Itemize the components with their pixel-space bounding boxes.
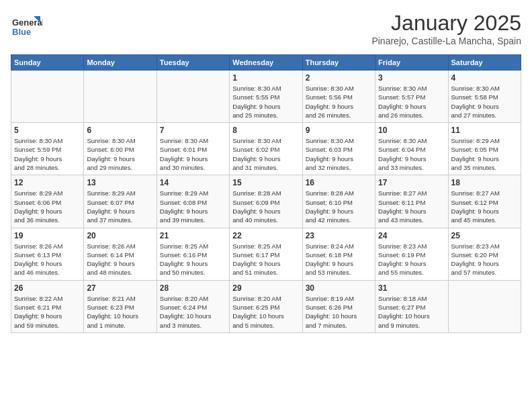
calendar-cell: 10Sunrise: 8:30 AM Sunset: 6:04 PM Dayli…: [375, 123, 448, 175]
day-number: 25: [451, 231, 518, 240]
svg-text:Blue: Blue: [12, 27, 31, 37]
calendar-cell: 4Sunrise: 8:30 AM Sunset: 5:58 PM Daylig…: [448, 71, 521, 123]
day-number: 19: [14, 231, 81, 240]
day-detail: Sunrise: 8:30 AM Sunset: 5:58 PM Dayligh…: [451, 84, 518, 120]
day-detail: Sunrise: 8:25 AM Sunset: 6:17 PM Dayligh…: [232, 242, 299, 277]
day-detail: Sunrise: 8:30 AM Sunset: 6:01 PM Dayligh…: [160, 136, 226, 172]
calendar-header-row: SundayMondayTuesdayWednesdayThursdayFrid…: [11, 55, 521, 71]
calendar-cell: 27Sunrise: 8:21 AM Sunset: 6:23 PM Dayli…: [84, 280, 157, 332]
day-detail: Sunrise: 8:18 AM Sunset: 6:27 PM Dayligh…: [378, 294, 445, 330]
calendar-cell: 20Sunrise: 8:26 AM Sunset: 6:14 PM Dayli…: [84, 228, 157, 280]
calendar-week-row: 19Sunrise: 8:26 AM Sunset: 6:13 PM Dayli…: [11, 228, 521, 280]
day-detail: Sunrise: 8:20 AM Sunset: 6:25 PM Dayligh…: [232, 294, 299, 330]
month-title: January 2025: [371, 11, 521, 36]
day-of-week-header: Sunday: [11, 55, 84, 71]
day-number: 5: [14, 126, 81, 135]
day-number: 29: [232, 283, 299, 293]
day-number: 6: [87, 126, 153, 135]
calendar-cell: 9Sunrise: 8:30 AM Sunset: 6:03 PM Daylig…: [302, 123, 375, 175]
calendar-cell: 30Sunrise: 8:19 AM Sunset: 6:26 PM Dayli…: [302, 280, 375, 332]
day-number: 9: [306, 126, 372, 135]
page-header: General Blue January 2025 Pinarejo, Cast…: [11, 11, 521, 46]
day-detail: Sunrise: 8:27 AM Sunset: 6:12 PM Dayligh…: [451, 189, 518, 224]
day-detail: Sunrise: 8:26 AM Sunset: 6:14 PM Dayligh…: [87, 242, 153, 277]
calendar-cell: [157, 71, 229, 123]
calendar-table: SundayMondayTuesdayWednesdayThursdayFrid…: [11, 54, 521, 333]
day-detail: Sunrise: 8:29 AM Sunset: 6:07 PM Dayligh…: [87, 189, 153, 224]
calendar-cell: 15Sunrise: 8:28 AM Sunset: 6:09 PM Dayli…: [230, 175, 302, 228]
day-number: 12: [14, 178, 81, 187]
day-number: 13: [87, 178, 153, 187]
day-number: 22: [232, 231, 299, 240]
calendar-cell: 22Sunrise: 8:25 AM Sunset: 6:17 PM Dayli…: [230, 228, 302, 280]
calendar-cell: 1Sunrise: 8:30 AM Sunset: 5:55 PM Daylig…: [230, 71, 302, 123]
calendar-cell: 25Sunrise: 8:23 AM Sunset: 6:20 PM Dayli…: [448, 228, 521, 280]
day-number: 16: [306, 178, 372, 187]
day-number: 7: [160, 126, 226, 135]
calendar-cell: 31Sunrise: 8:18 AM Sunset: 6:27 PM Dayli…: [375, 280, 448, 332]
day-detail: Sunrise: 8:27 AM Sunset: 6:11 PM Dayligh…: [378, 189, 445, 224]
calendar-cell: 3Sunrise: 8:30 AM Sunset: 5:57 PM Daylig…: [375, 71, 448, 123]
day-detail: Sunrise: 8:26 AM Sunset: 6:13 PM Dayligh…: [14, 242, 81, 277]
calendar-cell: 6Sunrise: 8:30 AM Sunset: 6:00 PM Daylig…: [84, 123, 157, 175]
day-detail: Sunrise: 8:19 AM Sunset: 6:26 PM Dayligh…: [306, 294, 372, 330]
day-detail: Sunrise: 8:30 AM Sunset: 6:00 PM Dayligh…: [87, 136, 153, 172]
calendar-cell: 29Sunrise: 8:20 AM Sunset: 6:25 PM Dayli…: [230, 280, 302, 332]
calendar-cell: 21Sunrise: 8:25 AM Sunset: 6:16 PM Dayli…: [157, 228, 229, 280]
day-detail: Sunrise: 8:29 AM Sunset: 6:05 PM Dayligh…: [451, 136, 518, 172]
day-number: 24: [378, 231, 445, 240]
calendar-cell: 17Sunrise: 8:27 AM Sunset: 6:11 PM Dayli…: [375, 175, 448, 228]
day-number: 23: [306, 231, 372, 240]
day-of-week-header: Saturday: [448, 55, 521, 71]
calendar-cell: 24Sunrise: 8:23 AM Sunset: 6:19 PM Dayli…: [375, 228, 448, 280]
calendar-cell: 14Sunrise: 8:29 AM Sunset: 6:08 PM Dayli…: [157, 175, 229, 228]
day-detail: Sunrise: 8:22 AM Sunset: 6:21 PM Dayligh…: [14, 294, 81, 330]
day-detail: Sunrise: 8:25 AM Sunset: 6:16 PM Dayligh…: [160, 242, 226, 277]
day-number: 27: [87, 283, 153, 293]
day-detail: Sunrise: 8:28 AM Sunset: 6:09 PM Dayligh…: [232, 189, 299, 224]
day-of-week-header: Tuesday: [157, 55, 229, 71]
day-number: 26: [14, 283, 81, 293]
day-number: 15: [232, 178, 299, 187]
calendar-cell: 23Sunrise: 8:24 AM Sunset: 6:18 PM Dayli…: [302, 228, 375, 280]
calendar-cell: [448, 280, 521, 332]
day-detail: Sunrise: 8:30 AM Sunset: 6:04 PM Dayligh…: [378, 136, 445, 172]
day-of-week-header: Wednesday: [230, 55, 302, 71]
day-number: 20: [87, 231, 153, 240]
calendar-cell: 26Sunrise: 8:22 AM Sunset: 6:21 PM Dayli…: [11, 280, 84, 332]
calendar-cell: 16Sunrise: 8:28 AM Sunset: 6:10 PM Dayli…: [302, 175, 375, 228]
logo-icon: General Blue: [11, 11, 43, 43]
day-number: 3: [378, 73, 445, 83]
day-detail: Sunrise: 8:30 AM Sunset: 6:02 PM Dayligh…: [232, 136, 299, 172]
day-of-week-header: Thursday: [302, 55, 375, 71]
day-number: 2: [306, 73, 372, 83]
location-subtitle: Pinarejo, Castille-La Mancha, Spain: [371, 36, 521, 46]
calendar-week-row: 12Sunrise: 8:29 AM Sunset: 6:06 PM Dayli…: [11, 175, 521, 228]
day-detail: Sunrise: 8:30 AM Sunset: 5:55 PM Dayligh…: [232, 84, 299, 120]
day-number: 10: [378, 126, 445, 135]
day-number: 28: [160, 283, 226, 293]
calendar-cell: 8Sunrise: 8:30 AM Sunset: 6:02 PM Daylig…: [230, 123, 302, 175]
day-detail: Sunrise: 8:21 AM Sunset: 6:23 PM Dayligh…: [87, 294, 153, 330]
day-detail: Sunrise: 8:29 AM Sunset: 6:08 PM Dayligh…: [160, 189, 226, 224]
day-number: 14: [160, 178, 226, 187]
day-number: 1: [232, 73, 299, 83]
day-number: 8: [232, 126, 299, 135]
calendar-week-row: 26Sunrise: 8:22 AM Sunset: 6:21 PM Dayli…: [11, 280, 521, 332]
day-detail: Sunrise: 8:30 AM Sunset: 5:56 PM Dayligh…: [306, 84, 372, 120]
calendar-cell: 5Sunrise: 8:30 AM Sunset: 5:59 PM Daylig…: [11, 123, 84, 175]
day-number: 17: [378, 178, 445, 187]
day-number: 31: [378, 283, 445, 293]
day-detail: Sunrise: 8:30 AM Sunset: 6:03 PM Dayligh…: [306, 136, 372, 172]
day-detail: Sunrise: 8:28 AM Sunset: 6:10 PM Dayligh…: [306, 189, 372, 224]
calendar-cell: 7Sunrise: 8:30 AM Sunset: 6:01 PM Daylig…: [157, 123, 229, 175]
calendar-cell: 19Sunrise: 8:26 AM Sunset: 6:13 PM Dayli…: [11, 228, 84, 280]
day-number: 18: [451, 178, 518, 187]
day-number: 21: [160, 231, 226, 240]
calendar-cell: 13Sunrise: 8:29 AM Sunset: 6:07 PM Dayli…: [84, 175, 157, 228]
day-detail: Sunrise: 8:30 AM Sunset: 5:57 PM Dayligh…: [378, 84, 445, 120]
day-detail: Sunrise: 8:20 AM Sunset: 6:24 PM Dayligh…: [160, 294, 226, 330]
logo: General Blue: [11, 11, 43, 43]
title-block: January 2025 Pinarejo, Castille-La Manch…: [371, 11, 521, 46]
day-detail: Sunrise: 8:29 AM Sunset: 6:06 PM Dayligh…: [14, 189, 81, 224]
